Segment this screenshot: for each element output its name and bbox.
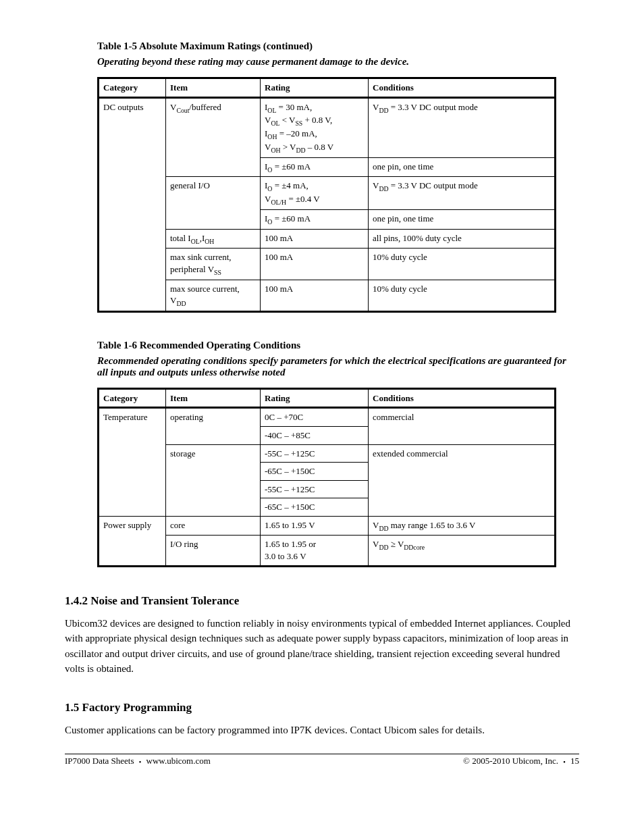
cell-cond: VDD = 3.3 V DC output mode [369,97,556,157]
cell-category: DC outputs [99,97,166,311]
cell-item: total IOL,IOH [166,229,261,249]
cell-rating: 100 mA [261,229,369,249]
th-rating: Rating [261,78,369,98]
cell-rating: 1.65 to 1.95 V [261,516,369,536]
cell-rating: IOL = 30 mA,VOL < VSS + 0.8 V,IOH = –20 … [261,97,369,157]
th-item: Item [166,78,261,98]
section-noise-title: 1.4.2 Noise and Transient Tolerance [65,594,579,608]
table-row: total IOL,IOH 100 mA all pins, 100% duty… [99,229,556,249]
table-row: storage -55C – +125C extended commercial [99,444,556,463]
cell-item: max source current,VDD [166,280,261,311]
cell-cond: VDD ≥ VDDcore [369,536,556,566]
dot-icon: • [136,758,144,766]
footer-center: www.ubicom.com [146,756,211,766]
table-row: max source current,VDD 100 mA 10% duty c… [99,280,556,311]
th-category: Category [99,388,166,408]
table1-subtitle: Operating beyond these rating may cause … [97,56,579,68]
table-row: Temperature operating 0C – +70C commerci… [99,408,556,427]
cell-rating: 0C – +70C [261,408,369,427]
cell-rating: IO = ±4 mA,VOL/H = ±0.4 V [261,177,369,210]
table-row: general I/O IO = ±4 mA,VOL/H = ±0.4 V VD… [99,177,556,210]
cell-rating: -65C – +150C [261,463,369,481]
cell-category: Power supply [99,516,166,566]
cell-item: core [166,516,261,536]
cell-rating: -55C – +125C [261,480,369,498]
footer-right-block: © 2005-2010 Ubicom, Inc. • 15 [463,756,579,766]
cell-cond: VDD may range 1.65 to 3.6 V [369,516,556,536]
page-footer: IP7000 Data Sheets • www.ubicom.com © 20… [65,756,579,766]
footer-copyright: © 2005-2010 Ubicom, Inc. [463,756,558,766]
cell-cond: VDD = 3.3 V DC output mode [369,177,556,210]
cell-cond: extended commercial [369,444,556,516]
table1-header-row: Category Item Rating Conditions [99,78,556,98]
table-row: DC outputs VCout/buffered IOL = 30 mA,VO… [99,97,556,157]
footer-page-number: 15 [570,756,579,766]
cell-rating: -40C – +85C [261,426,369,444]
th-rating: Rating [261,388,369,408]
table-row: Power supply core 1.65 to 1.95 V VDD may… [99,516,556,536]
cell-rating: 100 mA [261,249,369,280]
cell-rating: 100 mA [261,280,369,311]
cell-rating: IO = ±60 mA [261,157,369,177]
cell-rating: -55C – +125C [261,444,369,463]
cell-rating: 1.65 to 1.95 or3.0 to 3.6 V [261,536,369,566]
th-item: Item [166,388,261,408]
cell-cond: one pin, one time [369,157,556,177]
section-factory-title: 1.5 Factory Programming [65,701,579,714]
cell-category: Temperature [99,408,166,516]
footer-left: IP7000 Data Sheets [65,756,134,766]
cell-rating: IO = ±60 mA [261,209,369,229]
table2: Category Item Rating Conditions Temperat… [97,388,556,567]
th-category: Category [99,78,166,98]
cell-item: operating [166,408,261,444]
cell-item: max sink current,peripheral VSS [166,249,261,280]
cell-cond: one pin, one time [369,209,556,229]
cell-item: storage [166,444,261,516]
cell-cond: commercial [369,408,556,444]
section-factory-text: Customer applications can be factory pro… [65,723,579,738]
dot-icon: • [560,758,568,766]
cell-item: VCout/buffered [166,97,261,177]
cell-cond: 10% duty cycle [369,249,556,280]
cell-item: general I/O [166,177,261,229]
cell-item: I/O ring [166,536,261,566]
footer-rule [65,754,579,754]
table2-subtitle: Recommended operating conditions specify… [97,355,579,378]
table2-header-row: Category Item Rating Conditions [99,388,556,408]
th-conditions: Conditions [369,388,556,408]
table-row: max sink current,peripheral VSS 100 mA 1… [99,249,556,280]
table1: Category Item Rating Conditions DC outpu… [97,77,556,313]
table-row: I/O ring 1.65 to 1.95 or3.0 to 3.6 V VDD… [99,536,556,566]
footer-text: IP7000 Data Sheets • www.ubicom.com [65,756,463,766]
table1-heading: Table 1-5 Absolute Maximum Ratings (cont… [97,41,579,52]
cell-cond: 10% duty cycle [369,280,556,311]
th-conditions: Conditions [369,78,556,98]
table2-heading: Table 1-6 Recommended Operating Conditio… [97,340,579,351]
section-noise-text: Ubicom32 devices are designed to functio… [65,616,579,677]
cell-cond: all pins, 100% duty cycle [369,229,556,249]
cell-rating: -65C – +150C [261,498,369,517]
